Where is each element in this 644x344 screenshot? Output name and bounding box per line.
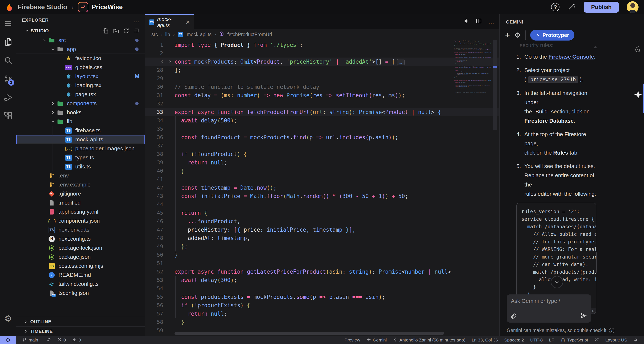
status-item-typescript[interactable]: {}TypeScript bbox=[560, 338, 588, 343]
status-item-layout-us[interactable]: Layout: US bbox=[605, 338, 627, 343]
attach-file-icon[interactable] bbox=[510, 313, 517, 320]
status-item-preview[interactable]: Preview bbox=[344, 338, 360, 343]
code-line-58[interactable]: 58 } bbox=[145, 318, 499, 326]
gemini-settings-icon[interactable]: ⚙ bbox=[514, 31, 520, 39]
code-line-45[interactable]: 45 return { bbox=[145, 209, 499, 217]
code-line-37[interactable]: 37 bbox=[145, 142, 499, 150]
tree-item-next-env.d.ts[interactable]: TSnext-env.d.ts bbox=[16, 225, 145, 234]
tab-mock-api[interactable]: TS mock-api.ts ✕ bbox=[145, 14, 194, 29]
status-item-main-[interactable]: main* bbox=[22, 337, 40, 343]
code-line-55[interactable]: 55 const productExists = mockProducts.so… bbox=[145, 293, 499, 301]
status-item-gemini[interactable]: Gemini bbox=[366, 337, 387, 343]
remote-indicator[interactable] bbox=[0, 336, 16, 344]
code-line-36[interactable]: 36 const foundProduct = mockProducts.fin… bbox=[145, 133, 499, 142]
info-icon[interactable]: i bbox=[609, 328, 614, 333]
tree-item-postcss.config.mjs[interactable]: JSpostcss.config.mjs bbox=[16, 261, 145, 271]
tree-item-.env[interactable]: .env bbox=[16, 171, 145, 180]
status-item-0[interactable]: 0 bbox=[72, 337, 81, 343]
tree-item-page.tsx[interactable]: page.tsx bbox=[16, 90, 145, 99]
new-chat-icon[interactable]: + bbox=[505, 31, 510, 39]
magic-wand-icon[interactable] bbox=[568, 2, 576, 12]
code-line-40[interactable]: 40 } bbox=[145, 167, 499, 175]
code-line-3[interactable]: 3const mockProducts: Omit<Product, 'pric… bbox=[145, 58, 499, 66]
tree-item-.gitignore[interactable]: .gitignore bbox=[16, 189, 145, 198]
tree-item-.env.example[interactable]: .env.example bbox=[16, 180, 145, 189]
prototyper-mode-pill[interactable]: Prototyper bbox=[530, 30, 574, 40]
tree-item-globals.css[interactable]: cssglobals.css bbox=[16, 63, 145, 72]
source-control-icon[interactable]: 2 bbox=[0, 70, 16, 88]
settings-gear-icon[interactable]: ⚙ bbox=[0, 309, 16, 328]
code-line-52[interactable]: 52export async function getLatestPriceFo… bbox=[145, 268, 499, 276]
help-icon[interactable]: ? bbox=[551, 3, 560, 11]
new-file-icon[interactable] bbox=[103, 28, 109, 34]
code-line-50[interactable]: 50} bbox=[145, 251, 499, 259]
code-line-47[interactable]: 47 priceHistory: [{ price: initialPrice,… bbox=[145, 226, 499, 234]
firebase-console-link[interactable]: Firebase Console bbox=[548, 54, 594, 60]
code-line-32[interactable]: 32 bbox=[145, 100, 499, 108]
code-line-28[interactable]: 28]; bbox=[145, 66, 499, 74]
code-line-38[interactable]: 38 if (!foundProduct) { bbox=[145, 150, 499, 158]
code-line-60[interactable]: 60 // Return a new random price to simul… bbox=[145, 335, 499, 336]
tree-item-README.md[interactable]: iREADME.md bbox=[16, 271, 145, 280]
code-line-43[interactable]: 43 const initialPrice = Math.floor(Math.… bbox=[145, 192, 499, 200]
status-item-bell[interactable] bbox=[634, 337, 638, 343]
status-item-spaces-2[interactable]: Spaces: 2 bbox=[504, 338, 524, 343]
tree-item-types.ts[interactable]: TStypes.ts bbox=[16, 153, 145, 162]
status-item-lf[interactable]: LF bbox=[549, 338, 554, 343]
app-prototyping-icon[interactable] bbox=[634, 46, 642, 55]
tree-item-hooks[interactable]: hooks bbox=[16, 108, 145, 117]
code-editor[interactable]: 1import type { Product } from './types';… bbox=[145, 39, 499, 336]
extensions-icon[interactable] bbox=[0, 107, 16, 125]
scroll-to-bottom-button[interactable] bbox=[551, 276, 563, 288]
status-item-ln-33-col-36[interactable]: Ln 33, Col 36 bbox=[472, 338, 498, 343]
timeline-section[interactable]: TIMELINE bbox=[16, 326, 145, 336]
new-folder-icon[interactable] bbox=[113, 28, 119, 34]
code-line-33[interactable]: 33export async function fetchProductFrom… bbox=[145, 108, 499, 116]
tree-item-package-lock.json[interactable]: JSpackage-lock.json bbox=[16, 243, 145, 252]
tree-item-utils.ts[interactable]: TSutils.ts bbox=[16, 162, 145, 171]
code-line-56[interactable]: 56 if (!productExists) { bbox=[145, 301, 499, 310]
outline-section[interactable]: OUTLINE bbox=[16, 317, 145, 326]
tree-item-src[interactable]: src bbox=[16, 36, 145, 45]
tree-item-apphosting.yaml[interactable]: apphosting.yaml bbox=[16, 207, 145, 216]
code-line-29[interactable]: 29 bbox=[145, 74, 499, 83]
tree-item-mock-api.ts[interactable]: TSmock-api.ts bbox=[16, 135, 145, 144]
minimap[interactable]: import type { Product } from './types';c… bbox=[454, 40, 491, 93]
tree-item-.modified[interactable]: .modified bbox=[16, 198, 145, 207]
more-actions-icon[interactable]: … bbox=[488, 18, 494, 25]
code-line-31[interactable]: 31const delay = (ms: number) => new Prom… bbox=[145, 91, 499, 100]
tree-item-tsconfig.json[interactable]: TStsconfig.json bbox=[16, 289, 145, 298]
editor-horizontal-scrollbar[interactable] bbox=[174, 332, 455, 335]
code-line-44[interactable]: 44 bbox=[145, 200, 499, 209]
tree-item-firebase.ts[interactable]: TSfirebase.ts bbox=[16, 126, 145, 135]
status-item-cloud[interactable] bbox=[46, 337, 51, 343]
run-debug-icon[interactable] bbox=[0, 88, 16, 107]
tree-item-layout.tsx[interactable]: layout.tsxM bbox=[16, 72, 145, 81]
tree-item-favicon.ico[interactable]: ★favicon.ico bbox=[16, 54, 145, 63]
user-avatar[interactable] bbox=[627, 1, 638, 13]
collapse-all-icon[interactable] bbox=[133, 28, 140, 34]
breadcrumb[interactable]: src› lib› TS mock-api.ts› fetchProductFr… bbox=[145, 29, 499, 39]
code-line-34[interactable]: 34 await delay(500); bbox=[145, 116, 499, 125]
tree-item-loading.tsx[interactable]: loading.tsx bbox=[16, 81, 145, 90]
status-item-antonello-zanini-56-minu[interactable]: Antonello Zanini (56 minutes ago) bbox=[393, 337, 465, 343]
refresh-icon[interactable] bbox=[123, 28, 129, 34]
workspace-section[interactable]: STUDIO bbox=[16, 26, 145, 36]
code-line-41[interactable]: 41 bbox=[145, 175, 499, 183]
code-line-46[interactable]: 46 ...foundProduct, bbox=[145, 217, 499, 226]
tree-item-tailwind.config.ts[interactable]: tailwind.config.ts bbox=[16, 280, 145, 289]
tree-item-components.json[interactable]: {..}components.json bbox=[16, 216, 145, 225]
code-line-49[interactable]: 49 }; bbox=[145, 242, 499, 251]
gemini-view-icon[interactable] bbox=[633, 90, 643, 100]
code-line-54[interactable]: 54 bbox=[145, 284, 499, 293]
editor-vertical-scrollbar[interactable] bbox=[493, 39, 496, 336]
code-line-1[interactable]: 1import type { Product } from './types'; bbox=[145, 41, 499, 49]
send-message-icon[interactable] bbox=[580, 312, 588, 320]
tree-item-app[interactable]: app bbox=[16, 45, 145, 54]
search-icon[interactable] bbox=[0, 51, 16, 70]
menu-icon[interactable] bbox=[0, 14, 16, 33]
code-line-30[interactable]: 30// Simple function to simulate network… bbox=[145, 83, 499, 91]
code-line-48[interactable]: 48 addedAt: timestamp, bbox=[145, 234, 499, 242]
status-item-0[interactable]: 0 bbox=[57, 337, 66, 343]
code-line-53[interactable]: 53 await delay(300); bbox=[145, 276, 499, 284]
